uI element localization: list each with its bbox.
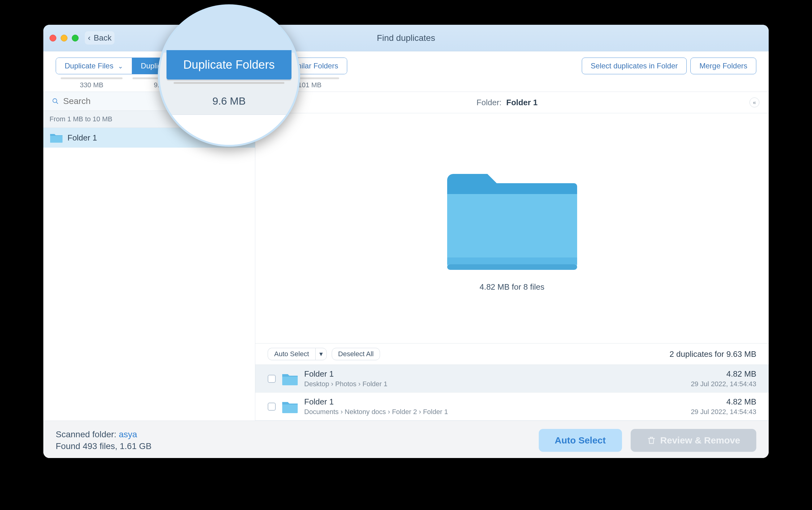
folder-icon bbox=[444, 165, 580, 273]
duplicate-toolbar: Auto Select ▾ Deselect All 2 duplicates … bbox=[255, 343, 769, 365]
body: From 1 MB to 10 MB Folder 1 9.63 MB 2 Fo… bbox=[43, 92, 769, 421]
duplicate-size: 4.82 MB bbox=[691, 397, 756, 407]
detail-header: Folder: Folder 1 « bbox=[255, 92, 769, 113]
footer: Scanned folder: asya Found 493 files, 1.… bbox=[43, 421, 769, 458]
back-button[interactable]: ‹ Back bbox=[85, 31, 115, 45]
tab-label: Duplicate Files bbox=[65, 62, 113, 70]
chevron-left-icon: ‹ bbox=[88, 33, 91, 43]
app-window: ‹ Back Find duplicates Duplicate Files ⌄… bbox=[43, 25, 769, 458]
collapse-button[interactable]: « bbox=[750, 97, 759, 107]
detail-header-name: Folder 1 bbox=[506, 98, 538, 107]
scanned-folder-label: Scanned folder: asya bbox=[56, 429, 152, 440]
preview: 4.82 MB for 8 files bbox=[255, 113, 769, 343]
checkbox[interactable] bbox=[268, 375, 276, 383]
duplicate-row[interactable]: Folder 1 Documents › Nektony docs › Fold… bbox=[255, 393, 769, 421]
folder-icon bbox=[281, 372, 299, 386]
svg-line-1 bbox=[56, 102, 58, 104]
detail-pane: Folder: Folder 1 « 4.82 MB for 8 files bbox=[255, 92, 769, 421]
duplicate-size: 4.82 MB bbox=[691, 369, 756, 379]
maximize-window-button[interactable] bbox=[72, 35, 79, 41]
svg-rect-3 bbox=[447, 264, 577, 270]
auto-select-button[interactable]: Auto Select bbox=[268, 348, 315, 360]
scan-stats: Found 493 files, 1.61 GB bbox=[56, 441, 152, 451]
duplicate-path: Desktop › Photos › Folder 1 bbox=[304, 380, 685, 388]
svg-point-0 bbox=[53, 99, 57, 103]
duplicate-name: Folder 1 bbox=[304, 397, 685, 407]
folder-icon bbox=[281, 399, 299, 414]
deselect-all-button[interactable]: Deselect All bbox=[332, 348, 380, 360]
toolbar: Duplicate Files ⌄ Duplicate Folders Simi… bbox=[43, 51, 769, 92]
trash-icon bbox=[647, 436, 656, 445]
merge-folders-button[interactable]: Merge Folders bbox=[690, 58, 756, 74]
detail-header-label: Folder: bbox=[476, 98, 502, 107]
duplicate-name: Folder 1 bbox=[304, 369, 685, 379]
auto-select-split-button: Auto Select ▾ bbox=[268, 348, 327, 360]
chevron-down-icon: ▾ bbox=[319, 350, 323, 358]
review-remove-label: Review & Remove bbox=[660, 435, 740, 446]
preview-caption: 4.82 MB for 8 files bbox=[480, 282, 545, 292]
zoom-lens: Duplicate Folders 9.6 MB bbox=[158, 4, 300, 147]
duplicate-list: Folder 1 Desktop › Photos › Folder 1 4.8… bbox=[255, 365, 769, 421]
titlebar: ‹ Back Find duplicates bbox=[43, 25, 769, 51]
back-label: Back bbox=[94, 33, 112, 43]
zoom-meter bbox=[174, 82, 284, 84]
svg-rect-2 bbox=[447, 257, 577, 264]
tab-duplicate-files[interactable]: Duplicate Files ⌄ bbox=[56, 58, 132, 74]
duplicate-date: 29 Jul 2022, 14:54:43 bbox=[691, 408, 756, 416]
checkbox[interactable] bbox=[268, 403, 276, 410]
window-title: Find duplicates bbox=[43, 33, 769, 43]
review-remove-button[interactable]: Review & Remove bbox=[631, 429, 756, 452]
tab-size: 101 MB bbox=[298, 81, 321, 89]
auto-select-dropdown-button[interactable]: ▾ bbox=[315, 348, 327, 360]
folder-icon bbox=[50, 132, 63, 143]
scanned-folder-link[interactable]: asya bbox=[119, 429, 137, 439]
footer-auto-select-button[interactable]: Auto Select bbox=[539, 429, 622, 452]
duplicate-date: 29 Jul 2022, 14:54:43 bbox=[691, 380, 756, 388]
chevron-double-left-icon: « bbox=[753, 100, 756, 106]
chevron-down-icon: ⌄ bbox=[118, 63, 123, 69]
sidebar-item-name: Folder 1 bbox=[67, 133, 199, 143]
zoom-size: 9.6 MB bbox=[212, 95, 246, 107]
zoom-active-tab: Duplicate Folders bbox=[167, 50, 291, 80]
duplicate-row[interactable]: Folder 1 Desktop › Photos › Folder 1 4.8… bbox=[255, 365, 769, 393]
minimize-window-button[interactable] bbox=[61, 35, 67, 41]
search-icon bbox=[52, 98, 59, 105]
duplicate-path: Documents › Nektony docs › Folder 2 › Fo… bbox=[304, 408, 685, 416]
select-duplicates-in-folder-button[interactable]: Select duplicates in Folder bbox=[582, 58, 687, 74]
close-window-button[interactable] bbox=[50, 35, 56, 41]
tab-size: 330 MB bbox=[80, 81, 104, 89]
duplicate-summary: 2 duplicates for 9.63 MB bbox=[670, 349, 756, 359]
traffic-lights bbox=[50, 35, 79, 41]
